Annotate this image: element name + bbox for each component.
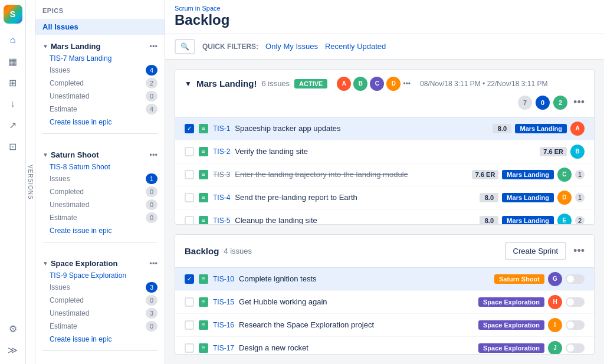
inbox-icon[interactable]: ↓ xyxy=(4,94,22,113)
page-header: Scrum in Space Backlog xyxy=(165,0,604,34)
backlog-title: Backlog xyxy=(185,246,219,256)
epic-tag[interactable]: Mars Landing xyxy=(502,216,554,225)
issue-row: ≡ TIS-17 Design a new rocket Space Explo… xyxy=(175,337,594,355)
epic-tag[interactable]: Mars Landing xyxy=(515,124,567,133)
issue-title: Send the pre-landing report to Earth xyxy=(235,193,475,202)
sprint-avatars: A B C D ••• xyxy=(337,77,411,91)
issue-checkbox[interactable] xyxy=(185,297,194,307)
all-issues-filter[interactable]: All Issues xyxy=(35,19,165,35)
toggle[interactable] xyxy=(566,274,585,284)
issue-id[interactable]: TIS-16 xyxy=(213,321,234,329)
sprint-chevron-icon[interactable]: ▼ xyxy=(185,80,192,88)
epic-space-exploration-issues-stat: Issues 3 xyxy=(35,281,165,294)
issue-id[interactable]: TIS-10 xyxy=(213,275,234,283)
create-sprint-button[interactable]: Create Sprint xyxy=(505,242,567,260)
toggle[interactable] xyxy=(566,343,585,353)
epic-saturn-shoot: ▼ Saturn Shoot ••• TIS-8 Saturn Shoot Is… xyxy=(35,143,165,252)
count-badge: 2 xyxy=(575,216,585,225)
issue-checkbox[interactable] xyxy=(185,320,194,330)
issue-id[interactable]: TIS-1 xyxy=(213,124,230,133)
epic-divider xyxy=(42,242,157,242)
home-icon[interactable]: ⌂ xyxy=(4,31,22,50)
sprint-title: Mars Landing! xyxy=(196,78,257,88)
chart-icon[interactable]: ↗ xyxy=(4,116,22,135)
issue-checkbox[interactable] xyxy=(185,170,194,179)
issue-right: 8.0 Mars Landing A xyxy=(493,122,585,136)
epic-mars-landing-link[interactable]: TIS-7 Mars Landing xyxy=(35,53,165,64)
versions-tab[interactable]: VERSIONS xyxy=(26,0,35,364)
epic-tag[interactable]: Space Exploration xyxy=(478,320,544,330)
epic-space-exploration-create-issue[interactable]: Create issue in epic xyxy=(35,333,165,346)
issue-title: Spaceship tracker app updates xyxy=(235,124,488,133)
backlog-panel: Backlog 4 issues Create Sprint ••• ✓ ≡ T… xyxy=(175,234,595,355)
issue-checkbox[interactable] xyxy=(185,147,194,156)
epic-space-exploration-unestimated-stat: Unestimated 3 xyxy=(35,307,165,320)
epic-saturn-shoot-link[interactable]: TIS-8 Saturn Shoot xyxy=(35,162,165,172)
epic-tag[interactable]: Space Exploration xyxy=(478,343,544,353)
epic-tag[interactable]: Saturn Shoot xyxy=(494,274,544,284)
issue-right: Space Exploration H xyxy=(478,295,585,309)
epic-space-exploration-more-icon[interactable]: ••• xyxy=(149,259,157,268)
issue-id[interactable]: TIS-4 xyxy=(213,194,230,202)
issue-checkbox[interactable] xyxy=(185,343,194,353)
board-icon[interactable]: ▦ xyxy=(4,52,22,71)
epic-saturn-shoot-title-row[interactable]: ▼ Saturn Shoot ••• xyxy=(35,148,165,162)
epic-space-exploration-link[interactable]: TIS-9 Space Exploration xyxy=(35,270,165,281)
story-points: 8.0 xyxy=(493,124,511,133)
epics-header: EPICS xyxy=(35,5,165,19)
issue-id[interactable]: TIS-2 xyxy=(213,147,230,156)
pages-icon[interactable]: ⊡ xyxy=(4,137,22,156)
epic-space-exploration-title-row[interactable]: ▼ Space Exploration ••• xyxy=(35,257,165,270)
epic-space-exploration: ▼ Space Exploration ••• TIS-9 Space Expl… xyxy=(35,252,165,360)
issue-id[interactable]: TIS-5 xyxy=(213,217,230,225)
issue-checkbox[interactable]: ✓ xyxy=(185,274,194,284)
filter-recently-updated[interactable]: Recently Updated xyxy=(325,42,386,51)
sprint-panel: ▼ Mars Landing! 6 issues ACTIVE A B C D … xyxy=(175,69,595,225)
issue-right: Space Exploration I xyxy=(478,318,585,332)
avatar: A xyxy=(337,77,351,91)
epic-saturn-shoot-create-issue[interactable]: Create issue in epic xyxy=(35,224,165,237)
issue-row: ≡ TIS-5 Cleanup the landing site 8.0 Mar… xyxy=(175,209,594,225)
issue-checkbox[interactable] xyxy=(185,216,194,225)
epic-saturn-shoot-more-icon[interactable]: ••• xyxy=(149,150,157,159)
sprint-dates: 08/Nov/18 3:11 PM • 22/Nov/18 3:11 PM xyxy=(420,80,547,88)
issue-checkbox[interactable]: ✓ xyxy=(185,124,194,133)
epic-tag[interactable]: Mars Landing xyxy=(502,170,554,179)
issue-checkbox[interactable] xyxy=(185,193,194,202)
issue-right: 8.0 Mars Landing E 2 xyxy=(480,214,585,225)
story-points: 7.6 ER xyxy=(540,147,567,156)
filter-my-issues[interactable]: Only My Issues xyxy=(265,42,318,51)
issue-title: Enter the landing trajectory into the la… xyxy=(235,170,467,179)
grid-icon[interactable]: ⊞ xyxy=(4,73,22,92)
epic-mars-landing-title-row[interactable]: ▼ Mars Landing ••• xyxy=(35,40,165,53)
backlog-issues-list: ✓ ≡ TIS-10 Complete ignition tests Satur… xyxy=(175,268,594,355)
toggle[interactable] xyxy=(566,297,585,307)
sprint-more-icon[interactable]: ••• xyxy=(573,96,585,109)
avatar: J xyxy=(548,341,562,355)
search-box[interactable]: 🔍 xyxy=(175,39,195,54)
epic-mars-landing-name: Mars Landing xyxy=(51,42,147,51)
epic-mars-landing-more-icon[interactable]: ••• xyxy=(149,42,157,51)
expand-icon[interactable]: ≫ xyxy=(4,340,22,359)
issue-id[interactable]: TIS-3 xyxy=(213,170,230,179)
story-points: 7.6 ER xyxy=(472,170,499,179)
epic-mars-landing-create-issue[interactable]: Create issue in epic xyxy=(35,116,165,129)
issues-without-epics[interactable]: Issues without epics xyxy=(35,360,165,364)
backlog-header: Backlog 4 issues Create Sprint ••• xyxy=(175,235,594,268)
app-logo[interactable]: S xyxy=(4,5,22,24)
issue-id[interactable]: TIS-17 xyxy=(213,344,234,352)
count-badge: 1 xyxy=(575,193,585,202)
backlog-issue-count: 4 issues xyxy=(224,247,252,255)
backlog-more-icon[interactable]: ••• xyxy=(573,245,585,257)
toggle[interactable] xyxy=(566,320,585,330)
story-icon: ≡ xyxy=(199,216,208,225)
epic-tag[interactable]: Space Exploration xyxy=(478,297,544,307)
settings-icon[interactable]: ⚙ xyxy=(4,319,22,338)
sprint-stat-total: 7 xyxy=(518,96,532,110)
issue-row: ≡ TIS-16 Research the Space Exploration … xyxy=(175,314,594,337)
story-icon: ≡ xyxy=(199,193,208,202)
avatar: A xyxy=(570,122,585,136)
epic-tag[interactable]: Mars Landing xyxy=(502,193,554,202)
issue-id[interactable]: TIS-15 xyxy=(213,298,234,306)
sprint-more-avatars[interactable]: ••• xyxy=(403,80,411,88)
